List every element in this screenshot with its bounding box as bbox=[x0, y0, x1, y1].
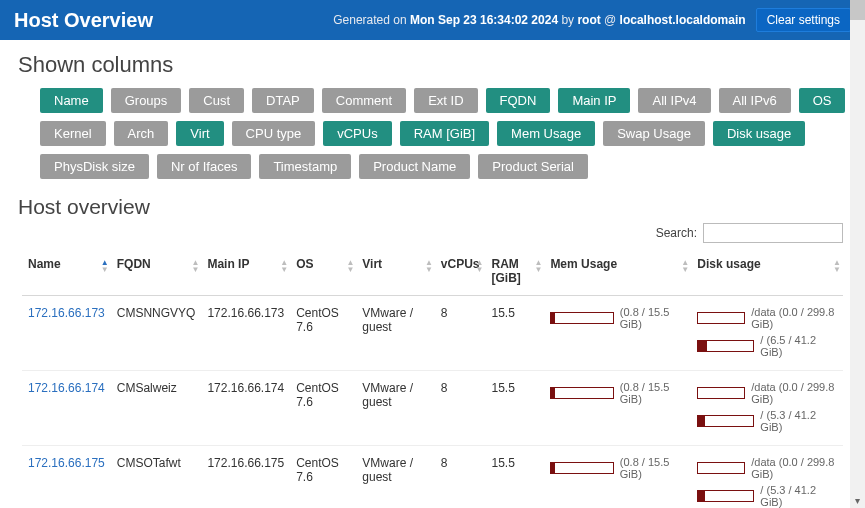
cell-name[interactable]: 172.16.66.175 bbox=[22, 446, 111, 509]
cell-main-ip: 172.16.66.175 bbox=[201, 446, 290, 509]
col-header-mem-usage[interactable]: Mem Usage▲▼ bbox=[544, 251, 691, 296]
cell-mem-usage: (0.8 / 15.5 GiB) bbox=[544, 296, 691, 371]
mem-label: (0.8 / 15.5 GiB) bbox=[620, 306, 685, 330]
disk-bar bbox=[697, 415, 754, 427]
column-chip-arch[interactable]: Arch bbox=[114, 121, 169, 146]
cell-fqdn: CMSalweiz bbox=[111, 371, 202, 446]
cell-main-ip: 172.16.66.174 bbox=[201, 371, 290, 446]
cell-os: CentOS 7.6 bbox=[290, 296, 356, 371]
column-chip-dtap[interactable]: DTAP bbox=[252, 88, 314, 113]
search-input[interactable] bbox=[703, 223, 843, 243]
cell-virt: VMware / guest bbox=[356, 371, 435, 446]
table-row: 172.16.66.174CMSalweiz172.16.66.174CentO… bbox=[22, 371, 843, 446]
column-chip-nr-of-ifaces[interactable]: Nr of Ifaces bbox=[157, 154, 251, 179]
col-header-ram-gib-[interactable]: RAM [GiB]▲▼ bbox=[486, 251, 545, 296]
disk-label: /data (0.0 / 299.8 GiB) bbox=[751, 306, 837, 330]
host-overview-title: Host overview bbox=[0, 191, 865, 221]
col-header-disk-usage[interactable]: Disk usage▲▼ bbox=[691, 251, 843, 296]
cell-ram: 15.5 bbox=[486, 296, 545, 371]
cell-mem-usage: (0.8 / 15.5 GiB) bbox=[544, 371, 691, 446]
column-chip-ext-id[interactable]: Ext ID bbox=[414, 88, 477, 113]
col-header-fqdn[interactable]: FQDN▲▼ bbox=[111, 251, 202, 296]
col-header-virt[interactable]: Virt▲▼ bbox=[356, 251, 435, 296]
at-text: @ bbox=[601, 13, 620, 27]
disk-bar bbox=[697, 490, 754, 502]
column-chip-comment[interactable]: Comment bbox=[322, 88, 406, 113]
table-header-row: Name▲▼FQDN▲▼Main IP▲▼OS▲▼Virt▲▼vCPUs▲▼RA… bbox=[22, 251, 843, 296]
column-chip-fqdn[interactable]: FQDN bbox=[486, 88, 551, 113]
column-chip-name[interactable]: Name bbox=[40, 88, 103, 113]
col-header-os[interactable]: OS▲▼ bbox=[290, 251, 356, 296]
cell-vcpus: 8 bbox=[435, 446, 486, 509]
column-chips: NameGroupsCustDTAPCommentExt IDFQDNMain … bbox=[18, 88, 847, 179]
clear-settings-button[interactable]: Clear settings bbox=[756, 8, 851, 32]
column-chip-physdisk-size[interactable]: PhysDisk size bbox=[40, 154, 149, 179]
top-right: Generated on Mon Sep 23 16:34:02 2024 by… bbox=[333, 8, 851, 32]
shown-columns-title: Shown columns bbox=[18, 52, 847, 78]
cell-main-ip: 172.16.66.173 bbox=[201, 296, 290, 371]
column-chip-all-ipv4[interactable]: All IPv4 bbox=[638, 88, 710, 113]
generated-text: Generated on Mon Sep 23 16:34:02 2024 by… bbox=[333, 13, 745, 27]
column-chip-disk-usage[interactable]: Disk usage bbox=[713, 121, 805, 146]
cell-name[interactable]: 172.16.66.174 bbox=[22, 371, 111, 446]
sort-icon: ▲▼ bbox=[346, 259, 354, 273]
col-header-main-ip[interactable]: Main IP▲▼ bbox=[201, 251, 290, 296]
column-chip-vcpus[interactable]: vCPUs bbox=[323, 121, 391, 146]
table-row: 172.16.66.173CMSNNGVYQ172.16.66.173CentO… bbox=[22, 296, 843, 371]
column-chip-os[interactable]: OS bbox=[799, 88, 846, 113]
disk-bar bbox=[697, 312, 745, 324]
sort-icon: ▲▼ bbox=[476, 259, 484, 273]
column-chip-ram-gib-[interactable]: RAM [GiB] bbox=[400, 121, 489, 146]
generated-prefix: Generated on bbox=[333, 13, 410, 27]
mem-bar bbox=[550, 462, 613, 474]
column-chip-product-serial[interactable]: Product Serial bbox=[478, 154, 588, 179]
cell-mem-usage: (0.8 / 15.5 GiB) bbox=[544, 446, 691, 509]
disk-bar bbox=[697, 462, 745, 474]
sort-icon: ▲▼ bbox=[425, 259, 433, 273]
column-chip-cpu-type[interactable]: CPU type bbox=[232, 121, 316, 146]
column-chip-all-ipv6[interactable]: All IPv6 bbox=[719, 88, 791, 113]
column-chip-mem-usage[interactable]: Mem Usage bbox=[497, 121, 595, 146]
col-header-vcpus[interactable]: vCPUs▲▼ bbox=[435, 251, 486, 296]
disk-bar bbox=[697, 340, 754, 352]
scroll-down-icon[interactable]: ▾ bbox=[850, 493, 865, 508]
column-chip-timestamp[interactable]: Timestamp bbox=[259, 154, 351, 179]
column-chip-virt[interactable]: Virt bbox=[176, 121, 223, 146]
disk-bar bbox=[697, 387, 745, 399]
disk-label: / (6.5 / 41.2 GiB) bbox=[760, 334, 837, 358]
cell-vcpus: 8 bbox=[435, 371, 486, 446]
column-chip-main-ip[interactable]: Main IP bbox=[558, 88, 630, 113]
cell-os: CentOS 7.6 bbox=[290, 371, 356, 446]
col-header-name[interactable]: Name▲▼ bbox=[22, 251, 111, 296]
sort-icon: ▲▼ bbox=[534, 259, 542, 273]
column-chip-product-name[interactable]: Product Name bbox=[359, 154, 470, 179]
column-chip-kernel[interactable]: Kernel bbox=[40, 121, 106, 146]
mem-bar bbox=[550, 312, 613, 324]
cell-fqdn: CMSNNGVYQ bbox=[111, 296, 202, 371]
cell-name[interactable]: 172.16.66.173 bbox=[22, 296, 111, 371]
cell-virt: VMware / guest bbox=[356, 296, 435, 371]
cell-fqdn: CMSOTafwt bbox=[111, 446, 202, 509]
cell-ram: 15.5 bbox=[486, 446, 545, 509]
scroll-thumb[interactable] bbox=[850, 0, 865, 20]
search-bar: Search: bbox=[0, 221, 865, 251]
generated-user: root bbox=[577, 13, 600, 27]
table-row: 172.16.66.175CMSOTafwt172.16.66.175CentO… bbox=[22, 446, 843, 509]
mem-label: (0.8 / 15.5 GiB) bbox=[620, 381, 685, 405]
cell-ram: 15.5 bbox=[486, 371, 545, 446]
top-bar: Host Overview Generated on Mon Sep 23 16… bbox=[0, 0, 865, 40]
column-chip-swap-usage[interactable]: Swap Usage bbox=[603, 121, 705, 146]
cell-disk-usage: /data (0.0 / 299.8 GiB)/ (5.3 / 41.2 GiB… bbox=[691, 371, 843, 446]
column-chip-cust[interactable]: Cust bbox=[189, 88, 244, 113]
disk-label: /data (0.0 / 299.8 GiB) bbox=[751, 456, 837, 480]
sort-icon: ▲▼ bbox=[280, 259, 288, 273]
cell-disk-usage: /data (0.0 / 299.8 GiB)/ (5.3 / 41.2 GiB… bbox=[691, 446, 843, 509]
table-body: 172.16.66.173CMSNNGVYQ172.16.66.173CentO… bbox=[22, 296, 843, 509]
disk-label: / (5.3 / 41.2 GiB) bbox=[760, 409, 837, 433]
generated-date: Mon Sep 23 16:34:02 2024 bbox=[410, 13, 558, 27]
mem-bar bbox=[550, 387, 613, 399]
page-title: Host Overview bbox=[14, 9, 153, 32]
vertical-scrollbar[interactable]: ▴ ▾ bbox=[850, 0, 865, 508]
column-chip-groups[interactable]: Groups bbox=[111, 88, 182, 113]
search-label: Search: bbox=[656, 226, 697, 240]
